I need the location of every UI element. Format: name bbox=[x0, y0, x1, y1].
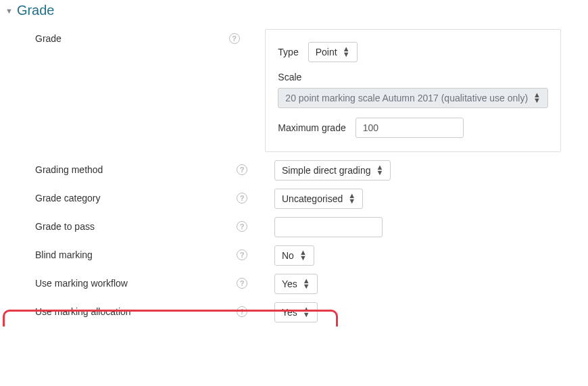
select-value: Uncategorised bbox=[282, 193, 343, 204]
input-grade-to-pass[interactable] bbox=[274, 217, 383, 237]
select-grading-method[interactable]: Simple direct grading ▲▼ bbox=[274, 160, 391, 180]
help-icon[interactable]: ? bbox=[229, 33, 240, 44]
select-marking-workflow[interactable]: Yes ▲▼ bbox=[274, 274, 318, 294]
select-grade-type[interactable]: Point ▲▼ bbox=[308, 42, 358, 62]
help-icon[interactable]: ? bbox=[237, 221, 247, 232]
caret-down-icon: ▼ bbox=[5, 7, 13, 15]
section-header-grade[interactable]: ▼ Grade bbox=[0, 0, 588, 25]
label-marking-workflow: Use marking workflow bbox=[0, 274, 237, 289]
help-icon[interactable]: ? bbox=[237, 164, 247, 175]
label-grade: Grade bbox=[0, 29, 229, 44]
help-icon[interactable]: ? bbox=[237, 278, 247, 289]
label-scale: Scale bbox=[278, 72, 548, 82]
updown-icon: ▲▼ bbox=[299, 250, 307, 260]
label-blind-marking: Blind marking bbox=[0, 245, 237, 260]
updown-icon: ▲▼ bbox=[533, 93, 541, 103]
section-title: Grade bbox=[17, 3, 55, 18]
select-value: Simple direct grading bbox=[282, 165, 371, 176]
help-icon[interactable]: ? bbox=[237, 193, 247, 203]
updown-icon: ▲▼ bbox=[348, 193, 356, 203]
select-grade-scale: 20 point marking scale Autumn 2017 (qual… bbox=[278, 88, 548, 108]
updown-icon: ▲▼ bbox=[376, 165, 384, 175]
help-icon[interactable]: ? bbox=[237, 306, 247, 317]
label-grading-method: Grading method bbox=[0, 160, 237, 175]
select-blind-marking[interactable]: No ▲▼ bbox=[274, 245, 314, 266]
select-value: Point bbox=[316, 47, 337, 57]
select-value: Yes bbox=[282, 307, 297, 318]
help-icon[interactable]: ? bbox=[237, 249, 247, 260]
label-grade-category: Grade category bbox=[0, 189, 237, 203]
label-grade-to-pass: Grade to pass bbox=[0, 217, 237, 232]
grade-panel: Type Point ▲▼ Scale 20 point marking sca… bbox=[265, 29, 561, 152]
input-max-grade[interactable] bbox=[356, 118, 464, 138]
select-value: 20 point marking scale Autumn 2017 (qual… bbox=[285, 93, 528, 103]
select-marking-allocation[interactable]: Yes ▲▼ bbox=[274, 302, 318, 322]
select-grade-category[interactable]: Uncategorised ▲▼ bbox=[274, 189, 363, 209]
select-value: No bbox=[282, 250, 294, 261]
select-value: Yes bbox=[282, 279, 297, 289]
updown-icon: ▲▼ bbox=[303, 307, 310, 317]
label-type: Type bbox=[278, 47, 298, 57]
updown-icon: ▲▼ bbox=[343, 47, 350, 57]
updown-icon: ▲▼ bbox=[303, 279, 310, 289]
label-marking-allocation: Use marking allocation bbox=[0, 302, 237, 317]
label-max-grade: Maximum grade bbox=[278, 122, 345, 133]
